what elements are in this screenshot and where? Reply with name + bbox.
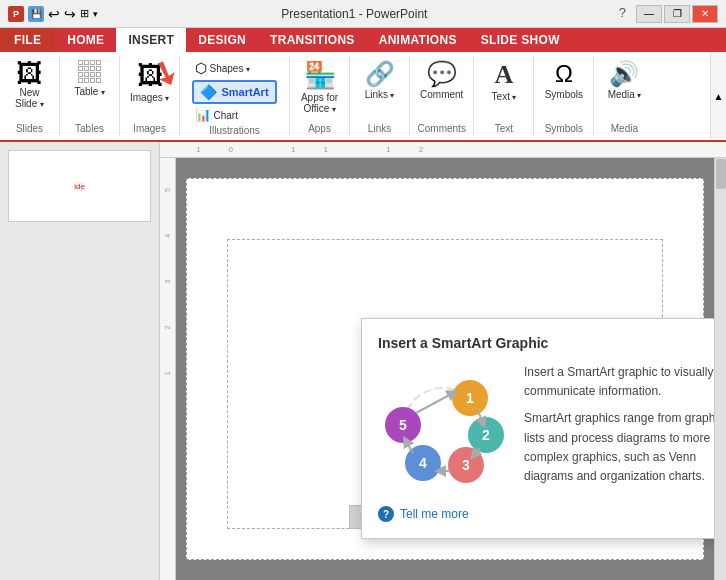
- ribbon-collapse-btn[interactable]: ▲: [710, 52, 726, 140]
- shapes-label: Shapes: [209, 63, 249, 74]
- media-icon: 🔊: [609, 60, 639, 88]
- tab-file[interactable]: FILE: [0, 28, 55, 52]
- help-btn[interactable]: ?: [611, 5, 634, 23]
- smartart-tooltip-popup: Insert a SmartArt Graphic: [361, 318, 714, 539]
- images-label: Images: [130, 92, 169, 103]
- ruler-vertical: 1 2 3 4 5: [160, 158, 176, 580]
- slide-canvas: ide 🖼 📊 🌐 📋 🎬 Insert a SmartArt Graphic: [176, 158, 714, 580]
- window-title: Presentation1 - PowerPoint: [98, 7, 611, 21]
- links-btn[interactable]: 🔗 Links: [361, 58, 399, 102]
- canvas-area: 10 11 12 1 2 3 4 5 ide 🖼 📊: [160, 142, 726, 580]
- tooltip-para2: SmartArt graphics range from graphical l…: [524, 409, 714, 486]
- svg-text:2: 2: [482, 427, 490, 443]
- slide-thumbnail[interactable]: ide: [8, 150, 151, 222]
- text-group-items: A Text: [486, 58, 522, 121]
- tooltip-title: Insert a SmartArt Graphic: [378, 335, 714, 351]
- slides-group-items: 🖼 NewSlide ▾: [11, 58, 48, 121]
- tell-me-more-link[interactable]: ? Tell me more: [378, 506, 714, 522]
- slides-group: 🖼 NewSlide ▾ Slides: [0, 56, 60, 136]
- tooltip-para1: Insert a SmartArt graphic to visually co…: [524, 363, 714, 401]
- apps-btn[interactable]: 🏪 Apps forOffice: [297, 58, 342, 116]
- shapes-row: ⬡ Shapes: [192, 58, 252, 78]
- tab-insert[interactable]: INSERT: [116, 28, 186, 52]
- apps-label: Apps forOffice: [301, 92, 338, 114]
- ruler-v-marks: 1 2 3 4 5: [164, 168, 171, 375]
- tab-animations[interactable]: ANIMATIONS: [367, 28, 469, 52]
- media-group-label: Media: [611, 121, 638, 134]
- save-icon[interactable]: 💾: [28, 6, 44, 22]
- question-icon: ?: [378, 506, 394, 522]
- media-btn[interactable]: 🔊 Media: [604, 58, 645, 102]
- close-btn[interactable]: ✕: [692, 5, 718, 23]
- main-area: 1 ide 10 11 12 1 2 3 4 5: [0, 142, 726, 580]
- chart-label: Chart: [213, 110, 237, 121]
- tooltip-body: 1 2 3 4: [378, 363, 714, 494]
- chart-btn[interactable]: 📊 Chart: [192, 106, 240, 123]
- media-group: 🔊 Media Media: [594, 56, 654, 136]
- slide-panel: 1 ide: [0, 142, 160, 580]
- slide-thumb-text: ide: [74, 182, 85, 191]
- shapes-btn[interactable]: ⬡ Shapes: [192, 58, 252, 78]
- symbols-label: Symbols: [545, 89, 583, 100]
- restore-btn[interactable]: ❐: [664, 5, 690, 23]
- slides-group-label: Slides: [16, 121, 43, 134]
- tab-home[interactable]: HOME: [55, 28, 116, 52]
- comment-label: Comment: [420, 89, 463, 100]
- scroll-thumb[interactable]: [716, 159, 726, 189]
- minimize-btn[interactable]: —: [636, 5, 662, 23]
- images-btn[interactable]: 🖼 Images: [126, 58, 173, 105]
- tables-group: Table Tables: [60, 56, 120, 136]
- links-group-label: Links: [368, 121, 391, 134]
- apps-icon: 🏪: [304, 60, 336, 91]
- apps-group-label: Apps: [308, 121, 331, 134]
- tab-design[interactable]: DESIGN: [186, 28, 258, 52]
- new-slide-label: NewSlide ▾: [15, 87, 44, 109]
- text-group-label: Text: [495, 121, 513, 134]
- symbols-icon: Ω: [555, 60, 573, 88]
- canvas-inner: 1 2 3 4 5 ide 🖼 📊 🌐 📋 🎬: [160, 158, 726, 580]
- links-group-items: 🔗 Links: [361, 58, 399, 121]
- comments-group-items: 💬 Comment: [416, 58, 467, 121]
- shapes-icon: ⬡: [195, 60, 207, 76]
- links-label: Links: [365, 89, 395, 100]
- smartart-btn[interactable]: 🔷 SmartArt: [192, 80, 276, 104]
- svg-text:3: 3: [462, 457, 470, 473]
- svg-text:5: 5: [399, 417, 407, 433]
- tables-group-items: Table: [70, 58, 108, 121]
- smartart-row: 🔷 SmartArt: [192, 80, 276, 104]
- images-icon: 🖼: [137, 60, 163, 91]
- images-group-label: Images: [133, 121, 166, 134]
- tab-transitions[interactable]: TRANSITIONS: [258, 28, 367, 52]
- images-group-items: 🖼 Images: [126, 58, 173, 121]
- text-btn[interactable]: A Text: [486, 58, 522, 104]
- media-group-items: 🔊 Media: [604, 58, 645, 121]
- customize-btn[interactable]: ⊞: [80, 7, 89, 20]
- ruler-horizontal: 10 11 12: [160, 142, 726, 158]
- images-group: 🖼 Images Images: [120, 56, 180, 136]
- new-slide-btn[interactable]: 🖼 NewSlide ▾: [11, 58, 48, 111]
- title-bar-icons: P 💾 ↩ ↪ ⊞ ▾: [8, 6, 98, 22]
- svg-text:1: 1: [466, 390, 474, 406]
- tab-slideshow[interactable]: SLIDE SHOW: [469, 28, 572, 52]
- comments-group-label: Comments: [418, 121, 466, 134]
- chevron-up-icon: ▲: [714, 91, 724, 102]
- redo-btn[interactable]: ↪: [64, 6, 76, 22]
- comment-btn[interactable]: 💬 Comment: [416, 58, 467, 102]
- chart-row: 📊 Chart: [192, 106, 240, 123]
- ribbon: 🖼 NewSlide ▾ Slides Table Tables 🖼: [0, 52, 726, 142]
- undo-btn[interactable]: ↩: [48, 6, 60, 22]
- slide-thumb-content: ide: [70, 178, 89, 195]
- title-bar: P 💾 ↩ ↪ ⊞ ▾ Presentation1 - PowerPoint ?…: [0, 0, 726, 28]
- ribbon-tabs: FILE HOME INSERT DESIGN TRANSITIONS ANIM…: [0, 28, 726, 52]
- tell-me-more-label: Tell me more: [400, 507, 469, 521]
- vertical-scrollbar[interactable]: [714, 158, 726, 580]
- slide-thumbnail-container: 1 ide: [8, 150, 151, 222]
- text-label: Text: [492, 91, 517, 102]
- symbols-btn[interactable]: Ω Symbols: [541, 58, 587, 102]
- tables-group-label: Tables: [75, 121, 104, 134]
- ruler-h-marks: 10 11 12: [196, 145, 451, 154]
- table-btn[interactable]: Table: [70, 58, 108, 99]
- comment-icon: 💬: [427, 60, 457, 88]
- media-label: Media: [608, 89, 641, 100]
- apps-group-items: 🏪 Apps forOffice: [297, 58, 342, 121]
